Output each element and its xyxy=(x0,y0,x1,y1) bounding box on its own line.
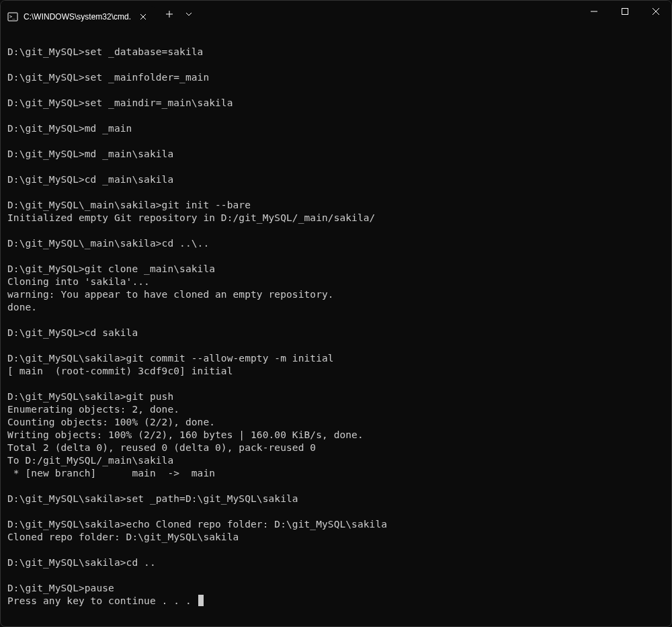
terminal-line xyxy=(7,569,665,582)
terminal-line xyxy=(7,544,665,556)
terminal-line: Writing objects: 100% (2/2), 160 bytes |… xyxy=(7,429,665,442)
terminal-line: Press any key to continue . . . xyxy=(7,595,665,608)
terminal-line: * [new branch] main -> main xyxy=(7,467,665,480)
terminal-line: D:\git_MySQL>set _maindir=_main\sakila xyxy=(7,97,665,110)
terminal-line: D:\git_MySQL>cd _main\sakila xyxy=(7,173,665,186)
terminal-line: Counting objects: 100% (2/2), done. xyxy=(7,416,665,429)
terminal-line: done. xyxy=(7,301,665,314)
terminal-line xyxy=(7,135,665,148)
terminal-line: D:\git_MySQL\sakila>cd .. xyxy=(7,556,665,569)
terminal-line: D:\git_MySQL\sakila>git commit --allow-e… xyxy=(7,352,665,365)
terminal-line xyxy=(7,505,665,518)
minimize-button[interactable] xyxy=(579,1,610,22)
tab-title: C:\WINDOWS\system32\cmd. xyxy=(24,12,132,22)
terminal-line: D:\git_MySQL>md _main\sakila xyxy=(7,148,665,161)
close-button[interactable] xyxy=(640,1,671,22)
terminal-line: Initialized empty Git repository in D:/g… xyxy=(7,212,665,224)
new-tab-button[interactable] xyxy=(159,4,179,24)
terminal-line: Cloned repo folder: D:\git_MySQL\sakila xyxy=(7,531,665,544)
maximize-button[interactable] xyxy=(610,1,640,22)
titlebar: >_ C:\WINDOWS\system32\cmd. xyxy=(1,1,671,28)
terminal-output[interactable]: D:\git_MySQL>set _database=sakilaD:\git_… xyxy=(1,28,671,613)
terminal-line: D:\git_MySQL\sakila>set _path=D:\git_MyS… xyxy=(7,493,665,505)
tab-cmd[interactable]: >_ C:\WINDOWS\system32\cmd. xyxy=(1,6,155,28)
terminal-line xyxy=(7,110,665,122)
terminal-line: D:\git_MySQL>pause xyxy=(7,582,665,595)
terminal-line: D:\git_MySQL\_main\sakila>git init --bar… xyxy=(7,199,665,212)
terminal-line xyxy=(7,480,665,493)
terminal-line xyxy=(7,378,665,390)
window-controls xyxy=(579,1,671,28)
svg-text:>_: >_ xyxy=(9,14,15,19)
svg-rect-7 xyxy=(622,9,628,15)
cmd-icon: >_ xyxy=(7,11,18,22)
tab-close-button[interactable] xyxy=(138,11,149,22)
terminal-line xyxy=(7,339,665,352)
terminal-line xyxy=(7,250,665,263)
terminal-line: D:\git_MySQL>set _database=sakila xyxy=(7,46,665,58)
terminal-line: Total 2 (delta 0), reused 0 (delta 0), p… xyxy=(7,442,665,454)
titlebar-left: >_ C:\WINDOWS\system32\cmd. xyxy=(1,1,198,28)
terminal-line: D:\git_MySQL>git clone _main\sakila xyxy=(7,263,665,276)
terminal-line: D:\git_MySQL\sakila>echo Cloned repo fol… xyxy=(7,518,665,531)
terminal-line xyxy=(7,186,665,199)
terminal-line: D:\git_MySQL\sakila>git push xyxy=(7,390,665,403)
terminal-line xyxy=(7,161,665,173)
terminal-line: Enumerating objects: 2, done. xyxy=(7,403,665,416)
tab-dropdown-button[interactable] xyxy=(179,4,198,24)
terminal-line xyxy=(7,33,665,46)
terminal-line xyxy=(7,314,665,327)
terminal-line: warning: You appear to have cloned an em… xyxy=(7,288,665,301)
terminal-cursor xyxy=(198,595,204,606)
terminal-line xyxy=(7,58,665,71)
terminal-line xyxy=(7,84,665,97)
terminal-line: D:\git_MySQL>set _mainfolder=_main xyxy=(7,71,665,84)
terminal-line: [ main (root-commit) 3cdf9c0] initial xyxy=(7,365,665,378)
terminal-line: D:\git_MySQL>md _main xyxy=(7,122,665,135)
terminal-line: D:\git_MySQL\_main\sakila>cd ..\.. xyxy=(7,237,665,250)
terminal-line: To D:/git_MySQL/_main\sakila xyxy=(7,454,665,467)
terminal-line: Cloning into 'sakila'... xyxy=(7,276,665,288)
terminal-line xyxy=(7,224,665,237)
terminal-line: D:\git_MySQL>cd sakila xyxy=(7,327,665,339)
